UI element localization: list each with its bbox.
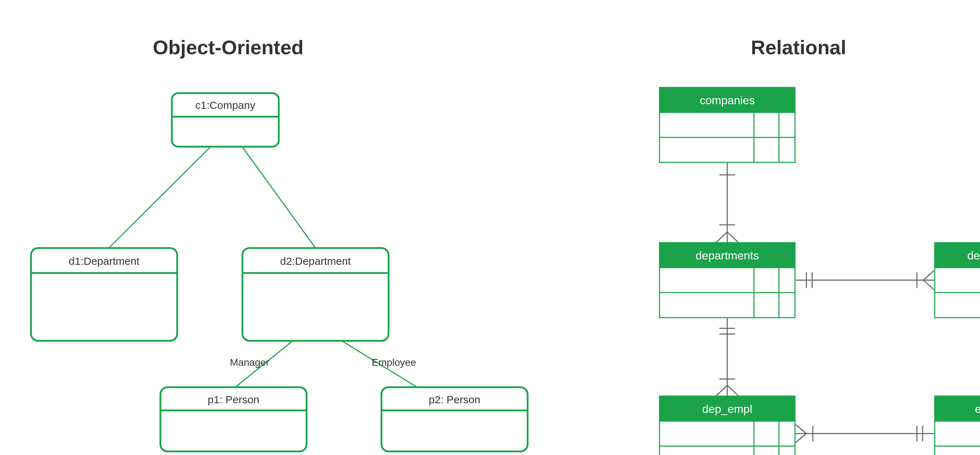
table-dep-manager: dep_manager [935, 243, 980, 318]
table-dep-empl: dep_empl [660, 396, 795, 455]
table-employees-title: employees [975, 402, 980, 415]
svg-line-18 [727, 232, 739, 243]
uml-person1: p1: Person [161, 387, 307, 452]
uml-dept1-label: d1:Department [69, 255, 140, 267]
edge-label-manager: Manager [230, 357, 269, 368]
svg-line-29 [923, 280, 934, 290]
svg-line-23 [716, 385, 727, 396]
table-dep-manager-title: dep_manager [967, 249, 980, 262]
edge-label-employee: Employee [372, 357, 416, 368]
uml-company-label: c1:Company [196, 99, 255, 111]
uml-person2-label: p2: Person [428, 394, 480, 406]
table-companies: companies [660, 88, 795, 162]
uml-dept2: d2:Department [242, 248, 388, 341]
uml-person1-label: p1: Person [207, 394, 259, 406]
svg-line-1 [242, 147, 315, 248]
svg-line-32 [796, 425, 807, 434]
uml-person2: p2: Person [382, 387, 528, 452]
svg-line-33 [796, 434, 807, 442]
table-dep-empl-title: dep_empl [702, 402, 752, 415]
svg-rect-64 [935, 421, 980, 455]
svg-rect-63 [935, 396, 980, 421]
table-employees: employees [935, 396, 980, 455]
svg-line-24 [727, 385, 739, 396]
table-departments: departments [660, 243, 795, 318]
svg-line-17 [716, 232, 727, 243]
table-departments-title: departments [695, 249, 759, 262]
table-companies-title: companies [700, 94, 755, 107]
svg-line-28 [923, 270, 934, 280]
svg-line-0 [109, 147, 210, 248]
diagram-canvas: Manager Employee c1:Company d1:Departmen… [0, 0, 980, 455]
uml-company: c1:Company [172, 93, 279, 147]
uml-dept1: d1:Department [31, 248, 177, 341]
uml-dept2-label: d2:Department [280, 255, 351, 267]
svg-rect-59 [660, 421, 795, 455]
